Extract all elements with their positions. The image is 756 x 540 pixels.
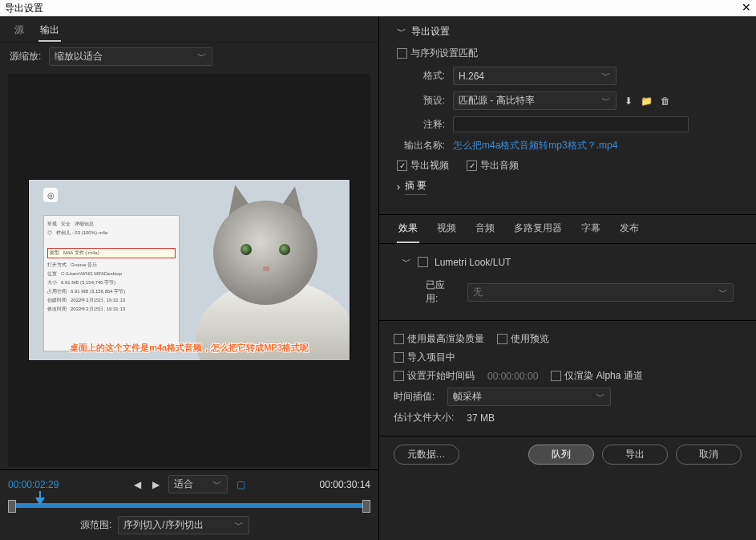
comment-label: 注释:: [397, 118, 445, 132]
in-point-handle[interactable]: [8, 500, 16, 513]
right-panel: ﹀ 导出设置 与序列设置匹配 格式: H.264 ﹀ 预设: 匹配源 - 高比特…: [379, 17, 756, 540]
format-select[interactable]: H.264 ﹀: [453, 67, 617, 85]
queue-button[interactable]: 队列: [528, 445, 594, 465]
match-sequence-checkbox[interactable]: 与序列设置匹配: [397, 47, 478, 60]
chevron-down-icon: ﹀: [718, 286, 728, 299]
delete-preset-icon[interactable]: 🗑: [661, 95, 670, 107]
set-start-tc-checkbox[interactable]: 设置开始时间码: [394, 369, 475, 383]
output-name-label: 输出名称:: [397, 139, 445, 152]
close-icon[interactable]: ✕: [742, 0, 751, 16]
preview-desktop-icon: ◎: [43, 188, 58, 202]
chevron-down-icon: ﹀: [601, 69, 611, 83]
tab-sub[interactable]: 字幕: [580, 215, 602, 243]
summary-heading[interactable]: › 摘 要: [397, 179, 738, 195]
chevron-down-icon: ﹀: [234, 518, 244, 532]
timeline-track[interactable]: [8, 498, 370, 511]
export-button[interactable]: 导出: [602, 445, 668, 465]
source-scale-label: 源缩放:: [10, 50, 41, 63]
max-quality-checkbox[interactable]: 使用最高渲染质量: [394, 332, 484, 346]
source-scale-row: 源缩放: 缩放以适合 ﹀: [0, 43, 378, 71]
export-video-checkbox[interactable]: 导出视频: [397, 159, 449, 173]
total-timecode: 00:00:30:14: [320, 479, 370, 490]
chevron-down-icon: ﹀: [212, 477, 222, 491]
format-label: 格式:: [397, 69, 445, 83]
settings-tabs: 效果 视频 音频 多路复用器 字幕 发布: [379, 214, 756, 244]
tab-mux[interactable]: 多路复用器: [512, 215, 564, 243]
use-preview-checkbox[interactable]: 使用预览: [497, 332, 549, 346]
estimate-value: 37 MB: [467, 412, 495, 424]
fit-select[interactable]: 适合 ﹀: [168, 475, 228, 493]
preview-caption: 桌面上的这个文件是m4a格式音频，怎么把它转成MP3格式呢: [37, 342, 342, 354]
export-audio-checkbox[interactable]: 导出音频: [467, 159, 519, 173]
preset-value: 匹配源 - 高比特率: [459, 94, 535, 108]
summary-title: 摘 要: [405, 179, 427, 195]
tab-video[interactable]: 视频: [435, 215, 458, 243]
source-range-label: 源范围:: [80, 518, 111, 532]
interp-select[interactable]: 帧采样 ﹀: [447, 388, 611, 406]
export-settings-heading[interactable]: ﹀ 导出设置: [397, 25, 738, 39]
lut-applied-select[interactable]: 无 ﹀: [467, 283, 734, 302]
chevron-down-icon: ﹀: [197, 50, 207, 63]
current-timecode[interactable]: 00:00:02:29: [8, 479, 59, 490]
save-preset-icon[interactable]: ⬇: [625, 95, 633, 107]
footer-buttons: 元数据… 队列 导出 取消: [379, 436, 756, 473]
effects-panel: ﹀ Lumetri Look/LUT 已应用: 无 ﹀: [379, 244, 756, 321]
export-audio-label: 导出音频: [480, 159, 519, 173]
preset-select[interactable]: 匹配源 - 高比特率 ﹀: [453, 91, 617, 110]
playhead-icon[interactable]: [35, 497, 45, 505]
metadata-button[interactable]: 元数据…: [394, 445, 459, 465]
main-area: 源 输出 源缩放: 缩放以适合 ﹀ ◎ 常规 安全 详细信息 ◎ 样例儿 - 0…: [0, 17, 756, 540]
lut-heading[interactable]: ﹀ Lumetri Look/LUT: [402, 255, 734, 269]
left-tabs: 源 输出: [0, 17, 378, 43]
export-video-label: 导出视频: [410, 159, 449, 173]
lut-applied-value: 无: [473, 286, 483, 299]
tab-pub[interactable]: 发布: [618, 215, 641, 243]
chevron-down-icon: ﹀: [601, 94, 611, 108]
preview-area: ◎ 常规 安全 详细信息 ◎ 样例儿 - 03 (100%).m4a 类型 M4…: [8, 74, 370, 466]
use-preview-label: 使用预览: [511, 332, 549, 346]
out-point-handle[interactable]: [362, 500, 370, 513]
start-tc-value: 00:00:00:00: [487, 371, 538, 382]
alpha-only-checkbox[interactable]: 仅渲染 Alpha 通道: [551, 369, 642, 383]
chevron-right-icon: ›: [397, 181, 400, 193]
render-options: 使用最高渲染质量 使用预览 导入项目中 设置开始时间码 00:00:00:00 …: [379, 321, 756, 436]
import-preset-icon[interactable]: 📁: [641, 95, 653, 107]
tab-effects[interactable]: 效果: [397, 215, 419, 243]
export-settings-title: 导出设置: [411, 25, 450, 39]
match-sequence-label: 与序列设置匹配: [410, 47, 478, 60]
lut-checkbox[interactable]: [418, 257, 428, 267]
fit-value: 适合: [174, 477, 193, 491]
cancel-button[interactable]: 取消: [676, 445, 742, 465]
lut-applied-label: 已应用:: [426, 278, 456, 306]
prev-frame-icon[interactable]: ◀: [131, 479, 144, 490]
estimate-label: 估计文件大小:: [394, 411, 454, 424]
import-project-checkbox[interactable]: 导入项目中: [394, 351, 455, 364]
chevron-down-icon: ﹀: [397, 25, 406, 39]
interp-label: 时间插值:: [394, 390, 435, 404]
interp-value: 帧采样: [453, 390, 482, 404]
preset-label: 预设:: [397, 94, 445, 108]
format-value: H.264: [459, 71, 484, 82]
source-scale-select[interactable]: 缩放以适合 ﹀: [49, 47, 212, 66]
source-range-select[interactable]: 序列切入/序列切出 ﹀: [118, 516, 249, 534]
preview-props-panel: 常规 安全 详细信息 ◎ 样例儿 - 03 (100%).m4a 类型 M4A …: [43, 215, 180, 351]
chevron-down-icon: ﹀: [402, 255, 411, 269]
preview-cat-image: [189, 188, 342, 360]
output-name-link[interactable]: 怎么把m4a格式音频转mp3格式？.mp4: [453, 139, 617, 152]
aspect-ratio-icon[interactable]: ▢: [234, 479, 248, 490]
left-panel: 源 输出 源缩放: 缩放以适合 ﹀ ◎ 常规 安全 详细信息 ◎ 样例儿 - 0…: [0, 17, 379, 540]
tab-output[interactable]: 输出: [38, 22, 61, 42]
tab-source[interactable]: 源: [13, 22, 26, 42]
comment-input[interactable]: [453, 116, 689, 132]
source-range-value: 序列切入/序列切出: [123, 518, 203, 532]
export-settings-section: ﹀ 导出设置 与序列设置匹配 格式: H.264 ﹀ 预设: 匹配源 - 高比特…: [379, 17, 756, 211]
timeline-controls: 00:00:02:29 ◀ ▶ 适合 ﹀ ▢ 00:00:30:14 源范围:: [0, 469, 378, 540]
set-start-tc-label: 设置开始时间码: [407, 369, 475, 383]
import-project-label: 导入项目中: [407, 351, 455, 364]
video-preview: ◎ 常规 安全 详细信息 ◎ 样例儿 - 03 (100%).m4a 类型 M4…: [29, 180, 350, 360]
tab-audio[interactable]: 音频: [474, 215, 496, 243]
next-frame-icon[interactable]: ▶: [150, 479, 162, 490]
window-title: 导出设置: [5, 0, 43, 16]
alpha-only-label: 仅渲染 Alpha 通道: [564, 369, 642, 383]
chevron-down-icon: ﹀: [596, 390, 605, 404]
